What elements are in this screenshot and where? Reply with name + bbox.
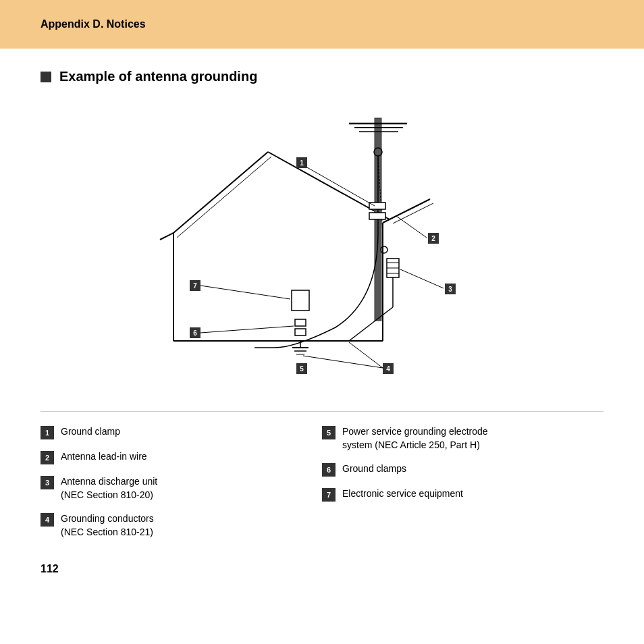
svg-line-2 — [390, 199, 430, 219]
legend-badge-2: 2 — [41, 451, 54, 464]
svg-line-40 — [200, 286, 290, 299]
legend-item-1: 1 Ground clamp — [41, 425, 322, 439]
legend-text-7: Electronic service equipment — [342, 487, 463, 501]
svg-text:7: 7 — [193, 282, 197, 290]
svg-line-37 — [349, 342, 383, 368]
heading-bullet — [41, 72, 51, 82]
legend-badge-1: 1 — [41, 426, 54, 439]
svg-text:5: 5 — [300, 365, 304, 373]
legend-text-6: Ground clamps — [342, 462, 406, 476]
svg-text:1: 1 — [300, 159, 304, 167]
legend-badge-7: 7 — [322, 488, 336, 502]
legend-text-4: Grounding conductors(NEC Section 810-21) — [61, 512, 154, 539]
main-content: Example of antenna grounding — [0, 49, 644, 589]
legend-item-2: 2 Antenna lead-in wire — [41, 450, 322, 464]
legend-col-left: 1 Ground clamp 2 Antenna lead-in wire 3 … — [41, 425, 322, 549]
legend-badge-5: 5 — [322, 426, 336, 439]
legend-item-5: 5 Power service grounding electrodesyste… — [322, 425, 603, 452]
svg-line-36 — [400, 269, 444, 288]
page-number: 112 — [41, 563, 603, 575]
legend-text-2: Antenna lead-in wire — [61, 450, 147, 464]
svg-rect-32 — [369, 203, 385, 209]
legend-text-3: Antenna discharge unit(NEC Section 810-2… — [61, 475, 157, 502]
divider — [41, 411, 603, 412]
section-heading: Example of antenna grounding — [41, 69, 603, 84]
svg-text:6: 6 — [193, 329, 197, 337]
legend-badge-4: 4 — [41, 513, 54, 527]
svg-rect-26 — [295, 329, 306, 336]
svg-rect-31 — [292, 290, 309, 311]
legend-text-5: Power service grounding electrodesystem … — [342, 425, 488, 452]
legend-item-4: 4 Grounding conductors(NEC Section 810-2… — [41, 512, 322, 539]
page-header: Appendix D. Notices — [0, 0, 644, 49]
svg-line-9 — [177, 157, 271, 238]
legend-item-6: 6 Ground clamps — [322, 462, 603, 477]
diagram-container: 1 2 3 4 5 6 7 — [41, 98, 603, 395]
svg-line-38 — [303, 356, 383, 368]
svg-text:3: 3 — [448, 286, 452, 293]
legend: 1 Ground clamp 2 Antenna lead-in wire 3 … — [41, 425, 603, 549]
svg-line-3 — [160, 233, 173, 240]
svg-line-35 — [396, 216, 427, 238]
svg-text:2: 2 — [431, 235, 435, 242]
legend-item-3: 3 Antenna discharge unit(NEC Section 810… — [41, 475, 322, 502]
svg-text:4: 4 — [386, 365, 390, 373]
section-title: Example of antenna grounding — [59, 69, 257, 84]
svg-rect-25 — [295, 319, 306, 326]
svg-line-10 — [393, 203, 433, 223]
svg-line-34 — [307, 167, 375, 206]
legend-item-7: 7 Electronic service equipment — [322, 487, 603, 502]
svg-line-39 — [200, 326, 294, 333]
antenna-diagram: 1 2 3 4 5 6 7 — [133, 98, 511, 395]
legend-badge-3: 3 — [41, 476, 54, 489]
svg-line-8 — [173, 152, 268, 233]
svg-line-24 — [349, 307, 393, 341]
legend-text-1: Ground clamp — [61, 425, 120, 439]
svg-rect-33 — [369, 213, 385, 219]
header-title: Appendix D. Notices — [41, 18, 146, 30]
legend-badge-6: 6 — [322, 463, 336, 477]
legend-col-right: 5 Power service grounding electrodesyste… — [322, 425, 603, 549]
